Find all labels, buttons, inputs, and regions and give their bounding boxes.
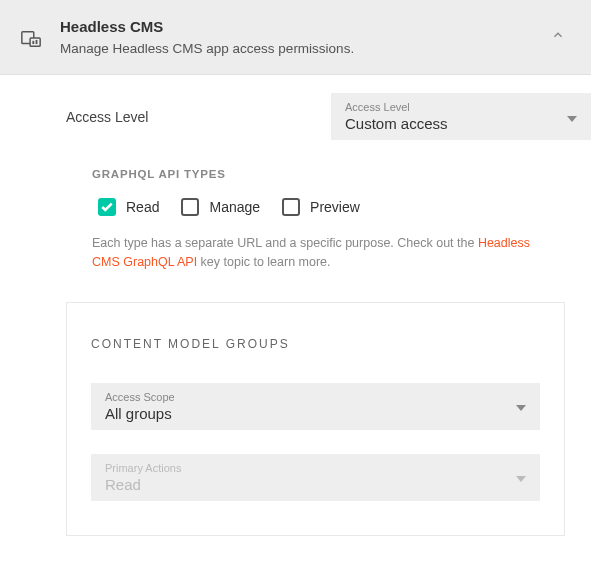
checkbox-label: Preview [310,199,360,215]
help-suffix: key topic to learn more. [197,255,330,269]
check-icon [101,202,113,212]
select-label: Access Level [345,101,577,113]
primary-actions-select[interactable]: Primary Actions Read [91,454,540,501]
access-level-row: Access Level Access Level Custom access [0,75,591,158]
access-scope-select[interactable]: Access Scope All groups [91,383,540,430]
card-heading: CONTENT MODEL GROUPS [91,337,540,351]
header-bar: Headless CMS Manage Headless CMS app acc… [0,0,591,75]
graphql-api-types-section: GRAPHQL API TYPES Read Manage Preview Ea… [0,158,591,282]
select-value: All groups [105,405,526,422]
select-label: Primary Actions [105,462,526,474]
svg-rect-2 [32,41,34,44]
api-types-checkboxes: Read Manage Preview [98,198,561,216]
select-label: Access Scope [105,391,526,403]
panel-body: Access Level Access Level Custom access … [0,75,591,556]
select-value: Read [105,476,526,493]
checkbox-box [98,198,116,216]
chevron-up-icon [551,28,565,42]
help-prefix: Each type has a separate URL and a speci… [92,236,478,250]
checkbox-box [181,198,199,216]
content-model-groups-card: CONTENT MODEL GROUPS Access Scope All gr… [66,302,565,536]
api-types-help: Each type has a separate URL and a speci… [92,234,561,272]
caret-down-icon [516,468,526,486]
checkbox-box [282,198,300,216]
checkbox-label: Manage [209,199,260,215]
section-heading: GRAPHQL API TYPES [92,168,561,180]
svg-marker-4 [567,116,577,122]
svg-marker-5 [516,405,526,411]
checkbox-manage[interactable]: Manage [181,198,260,216]
checkbox-read[interactable]: Read [98,198,159,216]
access-level-select[interactable]: Access Level Custom access [331,93,591,140]
caret-down-icon [516,397,526,415]
collapse-toggle[interactable] [545,22,571,52]
header-title: Headless CMS [60,18,545,35]
select-value: Custom access [345,115,577,132]
cms-icon [20,28,42,50]
checkbox-label: Read [126,199,159,215]
header-text: Headless CMS Manage Headless CMS app acc… [60,18,545,56]
header-subtitle: Manage Headless CMS app access permissio… [60,41,545,56]
access-level-label: Access Level [66,109,266,125]
svg-rect-3 [36,40,38,44]
svg-marker-6 [516,476,526,482]
caret-down-icon [567,108,577,126]
svg-rect-1 [30,38,40,46]
checkbox-preview[interactable]: Preview [282,198,360,216]
